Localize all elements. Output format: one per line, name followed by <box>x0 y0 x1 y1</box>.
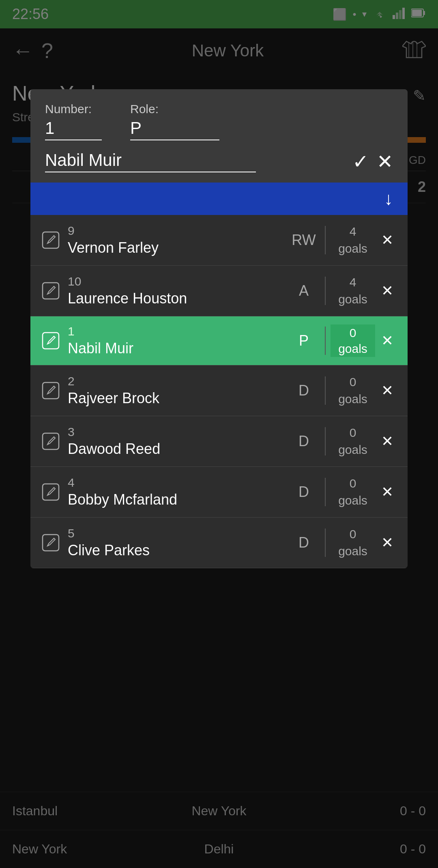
name-input[interactable] <box>45 150 256 172</box>
player-row[interactable]: 2 Rajveer Brock D 0goals ✕ <box>30 365 408 416</box>
player-info: 4 Bobby Mcfarland <box>63 476 288 508</box>
player-info: 2 Rajveer Brock <box>63 374 288 407</box>
player-number: 5 <box>68 526 288 540</box>
cancel-button[interactable]: ✕ <box>377 150 393 173</box>
delete-player-button[interactable]: ✕ <box>375 332 399 349</box>
number-field: Number: <box>45 102 102 140</box>
player-name: Laurence Houston <box>68 290 288 307</box>
delete-player-button[interactable]: ✕ <box>375 232 399 249</box>
edit-player-icon[interactable] <box>39 429 63 453</box>
player-row[interactable]: 9 Vernon Farley RW 4goals ✕ <box>30 215 408 266</box>
player-name: Clive Parkes <box>68 542 288 559</box>
delete-player-button[interactable]: ✕ <box>375 382 399 399</box>
player-role: D <box>288 382 320 399</box>
player-name: Vernon Farley <box>68 239 288 256</box>
player-info: 5 Clive Parkes <box>63 526 288 559</box>
player-divider <box>325 376 326 405</box>
delete-player-button[interactable]: ✕ <box>375 433 399 450</box>
player-goals: 0goals <box>331 374 375 408</box>
svg-rect-11 <box>43 283 59 299</box>
player-name: Rajveer Brock <box>68 390 288 407</box>
edit-player-icon[interactable] <box>39 279 63 303</box>
edit-player-icon[interactable] <box>39 531 63 555</box>
player-role: D <box>288 534 320 551</box>
modal-list-header: ↓ <box>30 183 408 215</box>
scroll-down-icon: ↓ <box>384 189 393 209</box>
player-list: 9 Vernon Farley RW 4goals ✕ 10 Laurence … <box>30 215 408 568</box>
svg-rect-10 <box>43 232 59 248</box>
svg-rect-12 <box>43 333 59 349</box>
form-row-bottom: ✓ ✕ <box>45 150 393 173</box>
player-divider <box>325 529 326 557</box>
player-number: 3 <box>68 425 288 439</box>
number-input[interactable] <box>45 118 102 140</box>
number-label: Number: <box>45 102 92 116</box>
player-name: Bobby Mcfarland <box>68 491 288 508</box>
player-number: 2 <box>68 374 288 388</box>
player-row[interactable]: 1 Nabil Muir P 0goals ✕ <box>30 316 408 365</box>
role-label: Role: <box>130 102 159 116</box>
confirm-button[interactable]: ✓ <box>352 150 369 173</box>
edit-player-icon[interactable] <box>39 228 63 252</box>
player-divider <box>325 226 326 254</box>
player-role: D <box>288 483 320 501</box>
player-goals: 0goals <box>331 475 375 509</box>
svg-rect-15 <box>43 484 59 500</box>
player-edit-modal: Number: Role: ✓ ✕ ↓ <box>30 89 408 568</box>
svg-rect-14 <box>43 433 59 449</box>
player-name: Dawood Reed <box>68 440 288 458</box>
player-row[interactable]: 4 Bobby Mcfarland D 0goals ✕ <box>30 467 408 518</box>
role-field: Role: <box>130 102 219 140</box>
player-row[interactable]: 10 Laurence Houston A 4goals ✕ <box>30 266 408 316</box>
player-role: D <box>288 433 320 450</box>
player-goals: 0goals <box>331 424 375 458</box>
form-actions: ✓ ✕ <box>352 150 393 173</box>
svg-rect-13 <box>43 382 59 399</box>
delete-player-button[interactable]: ✕ <box>375 534 399 551</box>
edit-player-icon[interactable] <box>39 329 63 353</box>
player-number: 4 <box>68 476 288 490</box>
player-goals: 0goals <box>331 526 375 560</box>
player-row[interactable]: 3 Dawood Reed D 0goals ✕ <box>30 416 408 467</box>
form-row-top: Number: Role: <box>45 102 393 140</box>
player-role: P <box>288 332 320 349</box>
player-number: 1 <box>68 324 288 338</box>
player-divider <box>325 277 326 305</box>
player-name: Nabil Muir <box>68 340 288 357</box>
player-goals: 0goals <box>331 324 375 357</box>
player-info: 10 Laurence Houston <box>63 275 288 307</box>
player-goals: 4goals <box>331 223 375 257</box>
player-info: 9 Vernon Farley <box>63 224 288 256</box>
delete-player-button[interactable]: ✕ <box>375 282 399 299</box>
svg-rect-16 <box>43 535 59 551</box>
player-divider <box>325 427 326 455</box>
edit-player-icon[interactable] <box>39 378 63 403</box>
delete-player-button[interactable]: ✕ <box>375 483 399 501</box>
player-role: A <box>288 282 320 299</box>
player-number: 9 <box>68 224 288 238</box>
player-number: 10 <box>68 275 288 288</box>
edit-player-icon[interactable] <box>39 480 63 504</box>
player-goals: 4goals <box>331 274 375 308</box>
player-role: RW <box>288 232 320 249</box>
player-row[interactable]: 5 Clive Parkes D 0goals ✕ <box>30 518 408 568</box>
player-info: 1 Nabil Muir <box>63 324 288 357</box>
player-info: 3 Dawood Reed <box>63 425 288 458</box>
role-input[interactable] <box>130 118 219 140</box>
modal-form: Number: Role: ✓ ✕ <box>30 89 408 183</box>
player-divider <box>325 327 326 355</box>
player-divider <box>325 478 326 506</box>
